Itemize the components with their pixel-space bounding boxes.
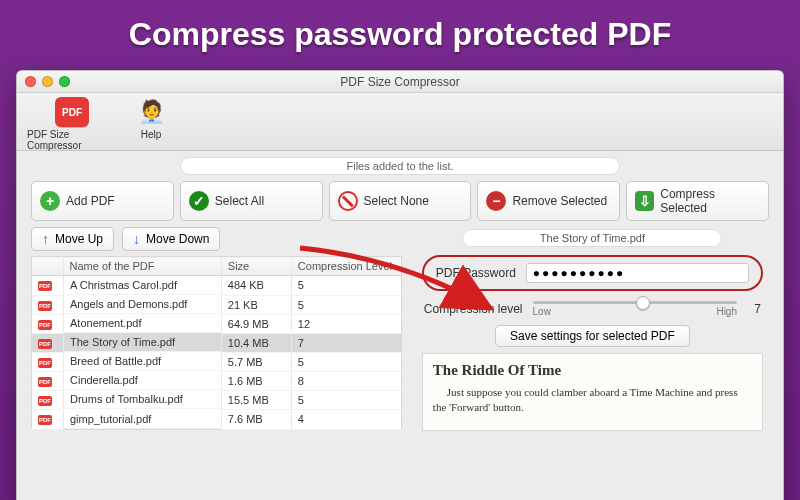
table-row[interactable]: PDFBreed of Battle.pdf5.7 MB5	[32, 352, 402, 371]
compression-slider[interactable]	[533, 301, 737, 304]
file-level-cell: 12	[291, 314, 401, 333]
add-pdf-button[interactable]: + Add PDF	[31, 181, 174, 221]
help-icon: 🧑‍💼	[138, 97, 164, 127]
arrow-up-icon: ↑	[42, 231, 49, 247]
move-down-button[interactable]: ↓ Move Down	[122, 227, 220, 251]
pdf-app-icon: PDF	[55, 97, 89, 127]
pdf-file-icon: PDF	[38, 358, 52, 368]
compress-icon: ⇩	[635, 191, 654, 211]
slider-low-label: Low	[533, 306, 551, 317]
file-name-cell: Atonement.pdf	[63, 314, 221, 333]
prohibit-icon	[338, 191, 358, 211]
table-row[interactable]: PDFgimp_tutorial.pdf7.6 MB4	[32, 410, 402, 430]
pdf-preview: The Riddle Of Time Just suppose you coul…	[422, 353, 763, 431]
file-name-cell: Breed of Battle.pdf	[63, 352, 221, 371]
select-none-label: Select None	[364, 194, 429, 208]
select-all-button[interactable]: ✓ Select All	[180, 181, 323, 221]
file-name-cell: A Christmas Carol.pdf	[63, 276, 221, 295]
compression-value: 7	[747, 302, 761, 316]
slider-high-label: High	[716, 306, 737, 317]
file-name-cell: gimp_tutorial.pdf	[63, 410, 221, 429]
pdf-file-icon: PDF	[38, 339, 52, 349]
table-row[interactable]: PDFDrums of Tombalku.pdf15.5 MB5	[32, 390, 402, 409]
file-level-cell: 5	[291, 352, 401, 371]
pdf-file-icon: PDF	[38, 301, 52, 311]
titlebar: PDF Size Compressor	[17, 71, 783, 93]
marketing-headline: Compress password protected PDF	[0, 0, 800, 63]
file-level-cell: 5	[291, 276, 401, 296]
password-input[interactable]	[526, 263, 749, 283]
select-all-label: Select All	[215, 194, 264, 208]
table-row[interactable]: PDFThe Story of Time.pdf10.4 MB7	[32, 333, 402, 352]
preview-body: Just suppose you could clamber aboard a …	[433, 385, 752, 415]
status-message: Files added to the list.	[180, 157, 620, 175]
file-size-cell: 15.5 MB	[221, 390, 291, 409]
table-row[interactable]: PDFCinderella.pdf1.6 MB8	[32, 371, 402, 390]
save-settings-button[interactable]: Save settings for selected PDF	[495, 325, 690, 347]
pdf-file-icon: PDF	[38, 281, 52, 291]
file-level-cell: 4	[291, 410, 401, 430]
compress-selected-button[interactable]: ⇩ Compress Selected	[626, 181, 769, 221]
toolbar-app-label: PDF Size Compressor	[27, 129, 117, 151]
file-name-cell: The Story of Time.pdf	[63, 333, 221, 352]
file-name-cell: Angels and Demons.pdf	[63, 295, 221, 314]
file-level-cell: 5	[291, 295, 401, 314]
remove-selected-label: Remove Selected	[512, 194, 607, 208]
file-size-cell: 10.4 MB	[221, 333, 291, 352]
zoom-icon[interactable]	[59, 76, 70, 87]
pdf-file-icon: PDF	[38, 415, 52, 425]
compression-label: Compression level	[424, 302, 523, 316]
remove-selected-button[interactable]: − Remove Selected	[477, 181, 620, 221]
pdf-file-icon: PDF	[38, 396, 52, 406]
preview-title: The Riddle Of Time	[433, 362, 752, 379]
col-level[interactable]: Compression Level	[291, 257, 401, 276]
close-icon[interactable]	[25, 76, 36, 87]
move-up-button[interactable]: ↑ Move Up	[31, 227, 114, 251]
password-label: PDF Password	[436, 266, 516, 280]
file-name-cell: Drums of Tombalku.pdf	[63, 390, 221, 409]
file-size-cell: 64.9 MB	[221, 314, 291, 333]
file-size-cell: 7.6 MB	[221, 410, 291, 430]
file-table[interactable]: Name of the PDF Size Compression Level P…	[31, 256, 402, 430]
pdf-file-icon: PDF	[38, 377, 52, 387]
window-controls	[25, 76, 70, 87]
add-pdf-label: Add PDF	[66, 194, 115, 208]
file-size-cell: 21 KB	[221, 295, 291, 314]
file-size-cell: 484 KB	[221, 276, 291, 296]
col-size[interactable]: Size	[221, 257, 291, 276]
app-window: PDF Size Compressor PDF PDF Size Compres…	[16, 70, 784, 500]
password-row: PDF Password	[422, 255, 763, 291]
table-row[interactable]: PDFAtonement.pdf64.9 MB12	[32, 314, 402, 333]
selected-filename: The Story of Time.pdf	[462, 229, 722, 247]
toolbar: PDF PDF Size Compressor 🧑‍💼 Help	[17, 93, 783, 151]
move-up-label: Move Up	[55, 232, 103, 246]
plus-icon: +	[40, 191, 60, 211]
file-level-cell: 5	[291, 390, 401, 409]
check-icon: ✓	[189, 191, 209, 211]
file-size-cell: 5.7 MB	[221, 352, 291, 371]
table-row[interactable]: PDFAngels and Demons.pdf21 KB5	[32, 295, 402, 314]
select-none-button[interactable]: Select None	[329, 181, 472, 221]
col-name[interactable]: Name of the PDF	[63, 257, 221, 276]
file-level-cell: 8	[291, 371, 401, 390]
file-level-cell: 7	[291, 333, 401, 352]
file-size-cell: 1.6 MB	[221, 371, 291, 390]
window-title: PDF Size Compressor	[17, 75, 783, 89]
pdf-file-icon: PDF	[38, 320, 52, 330]
compress-selected-label: Compress Selected	[660, 187, 760, 215]
arrow-down-icon: ↓	[133, 231, 140, 247]
toolbar-help-label: Help	[141, 129, 162, 140]
minimize-icon[interactable]	[42, 76, 53, 87]
table-row[interactable]: PDFA Christmas Carol.pdf484 KB5	[32, 276, 402, 296]
minus-icon: −	[486, 191, 506, 211]
toolbar-help-button[interactable]: 🧑‍💼 Help	[131, 97, 171, 140]
toolbar-app-button[interactable]: PDF PDF Size Compressor	[27, 97, 117, 151]
file-name-cell: Cinderella.pdf	[63, 371, 221, 390]
move-down-label: Move Down	[146, 232, 209, 246]
action-row: + Add PDF ✓ Select All Select None − Rem…	[31, 181, 769, 221]
